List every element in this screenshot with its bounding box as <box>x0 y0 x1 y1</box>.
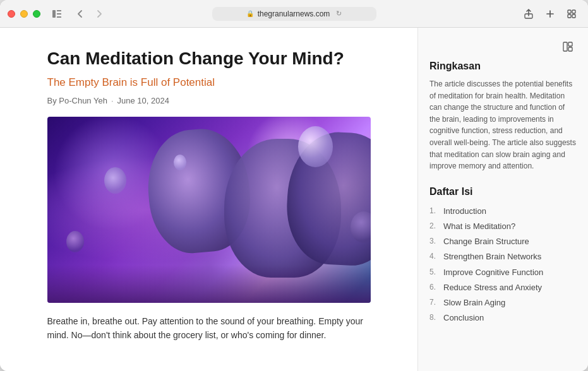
tab-overview-button[interactable] <box>563 5 580 23</box>
titlebar: 🔒 thegranularnews.com ↻ <box>0 0 588 28</box>
new-tab-button[interactable] <box>541 5 559 23</box>
reload-icon: ↻ <box>336 9 342 18</box>
toc-num: 6. <box>429 282 441 293</box>
toc-label: Change Brain Structure <box>443 236 529 247</box>
toc-item[interactable]: 8.Conclusion <box>429 310 577 326</box>
address-bar[interactable]: 🔒 thegranularnews.com ↻ <box>212 7 376 21</box>
article-body: Breathe in, breathe out. Pay attention t… <box>47 314 371 343</box>
svg-rect-11 <box>568 47 572 51</box>
toc-num: 4. <box>429 251 441 262</box>
orb-2 <box>104 167 126 194</box>
right-panel-header <box>429 38 577 56</box>
toc-label: Slow Brain Aging <box>443 297 505 309</box>
orb-3 <box>66 231 84 252</box>
article-author: By Po-Chun Yeh <box>47 96 107 105</box>
forward-button[interactable] <box>91 5 109 23</box>
toc-num: 8. <box>429 312 441 323</box>
content-area: Can Meditation Change Your Mind? The Emp… <box>0 28 588 371</box>
summary-title: Ringkasan <box>429 61 577 72</box>
traffic-lights <box>8 10 40 18</box>
svg-rect-7 <box>568 15 571 18</box>
back-button[interactable] <box>71 5 88 23</box>
right-panel: Ringkasan The article discusses the pote… <box>417 28 588 371</box>
svg-rect-3 <box>57 16 61 18</box>
article-subtitle: The Empty Brain is Full of Potential <box>47 76 371 90</box>
toc-num: 1. <box>429 206 441 216</box>
browser-window: 🔒 thegranularnews.com ↻ <box>0 0 588 371</box>
orb-1 <box>298 126 333 167</box>
article-meta: By Po-Chun Yeh · June 10, 2024 <box>47 96 371 105</box>
article-hero-image <box>47 117 371 303</box>
toc-item[interactable]: 6.Reduce Stress and Anxiety <box>429 280 577 295</box>
meta-dot: · <box>111 96 114 105</box>
svg-rect-10 <box>568 42 572 46</box>
close-button[interactable] <box>8 10 15 18</box>
toc-item[interactable]: 4.Strengthen Brain Networks <box>429 249 577 264</box>
toolbar-right <box>520 5 580 23</box>
toc-num: 3. <box>429 236 441 247</box>
url-text: thegranularnews.com <box>258 9 330 18</box>
toc-item[interactable]: 1.Introduction <box>429 204 577 219</box>
svg-rect-5 <box>568 10 571 13</box>
toc-label: Reduce Stress and Anxiety <box>443 282 542 293</box>
svg-rect-1 <box>57 10 61 11</box>
share-button[interactable] <box>520 5 537 23</box>
svg-rect-2 <box>57 13 61 15</box>
summary-text: The article discusses the potential bene… <box>429 78 577 172</box>
toc-label: Improve Cognitive Function <box>443 267 543 278</box>
nav-buttons <box>48 5 109 23</box>
article-title: Can Meditation Change Your Mind? <box>47 48 371 69</box>
lock-icon: 🔒 <box>246 10 254 17</box>
toc-label: Strengthen Brain Networks <box>443 251 541 262</box>
svg-rect-9 <box>563 42 567 51</box>
panel-view-button[interactable] <box>559 38 577 56</box>
toc-list: 1.Introduction2.What is Meditation?3.Cha… <box>429 204 577 326</box>
toc-item[interactable]: 3.Change Brain Structure <box>429 234 577 249</box>
minimize-button[interactable] <box>20 10 28 18</box>
toc-num: 7. <box>429 297 441 308</box>
toc-title: Daftar Isi <box>429 186 577 197</box>
toc-num: 5. <box>429 267 441 278</box>
article-date: June 10, 2024 <box>117 96 169 105</box>
svg-rect-8 <box>572 15 575 18</box>
orb-5 <box>174 155 186 170</box>
svg-rect-0 <box>52 10 56 18</box>
article-inner: Can Meditation Change Your Mind? The Emp… <box>32 28 386 357</box>
sidebar-toggle-button[interactable] <box>48 5 66 23</box>
summary-section: Ringkasan The article discusses the pote… <box>429 61 577 172</box>
toc-section: Daftar Isi 1.Introduction2.What is Medit… <box>429 186 577 326</box>
toc-label: Conclusion <box>443 312 484 324</box>
toc-num: 2. <box>429 221 441 232</box>
toc-label: What is Meditation? <box>443 221 515 232</box>
svg-rect-6 <box>572 10 575 13</box>
toc-item[interactable]: 7.Slow Brain Aging <box>429 295 577 310</box>
toc-item[interactable]: 5.Improve Cognitive Function <box>429 265 577 280</box>
toc-item[interactable]: 2.What is Meditation? <box>429 219 577 234</box>
toc-label: Introduction <box>443 206 486 217</box>
address-bar-container: 🔒 thegranularnews.com ↻ <box>206 7 383 21</box>
maximize-button[interactable] <box>33 10 40 18</box>
article-pane[interactable]: Can Meditation Change Your Mind? The Emp… <box>0 28 417 371</box>
